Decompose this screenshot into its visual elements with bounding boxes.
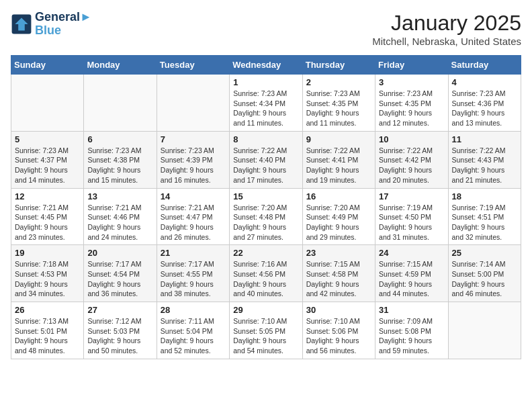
day-cell: 7Sunrise: 7:23 AMSunset: 4:39 PMDaylight… bbox=[157, 131, 229, 188]
day-cell: 18Sunrise: 7:19 AMSunset: 4:51 PMDayligh… bbox=[448, 188, 521, 245]
day-content: Sunrise: 7:13 AMSunset: 5:01 PMDaylight:… bbox=[15, 316, 80, 356]
day-content: Sunrise: 7:10 AMSunset: 5:06 PMDaylight:… bbox=[306, 316, 371, 356]
day-number: 17 bbox=[379, 191, 444, 201]
day-cell bbox=[157, 75, 229, 132]
day-number: 10 bbox=[379, 134, 444, 144]
day-number: 3 bbox=[379, 77, 444, 87]
day-cell: 9Sunrise: 7:22 AMSunset: 4:41 PMDaylight… bbox=[302, 131, 375, 188]
day-number: 18 bbox=[452, 191, 517, 201]
title-block: January 2025 Mitchell, Nebraska, United … bbox=[372, 11, 521, 47]
day-content: Sunrise: 7:19 AMSunset: 4:51 PMDaylight:… bbox=[452, 203, 517, 242]
day-number: 4 bbox=[452, 77, 517, 87]
day-cell bbox=[11, 75, 84, 132]
day-content: Sunrise: 7:22 AMSunset: 4:40 PMDaylight:… bbox=[233, 146, 298, 185]
day-content: Sunrise: 7:23 AMSunset: 4:39 PMDaylight:… bbox=[161, 146, 226, 185]
day-content: Sunrise: 7:14 AMSunset: 5:00 PMDaylight:… bbox=[452, 259, 517, 299]
day-cell: 29Sunrise: 7:10 AMSunset: 5:05 PMDayligh… bbox=[230, 302, 302, 359]
day-number: 15 bbox=[233, 191, 298, 201]
day-content: Sunrise: 7:09 AMSunset: 5:08 PMDaylight:… bbox=[379, 316, 444, 356]
day-cell: 30Sunrise: 7:10 AMSunset: 5:06 PMDayligh… bbox=[302, 302, 375, 359]
day-content: Sunrise: 7:10 AMSunset: 5:05 PMDaylight:… bbox=[233, 316, 298, 356]
day-number: 25 bbox=[452, 248, 517, 258]
day-number: 13 bbox=[87, 191, 152, 201]
day-content: Sunrise: 7:22 AMSunset: 4:43 PMDaylight:… bbox=[452, 146, 517, 185]
day-number: 7 bbox=[161, 134, 226, 144]
day-number: 11 bbox=[452, 134, 517, 144]
day-cell: 3Sunrise: 7:23 AMSunset: 4:35 PMDaylight… bbox=[375, 75, 448, 132]
day-cell: 26Sunrise: 7:13 AMSunset: 5:01 PMDayligh… bbox=[11, 302, 84, 359]
day-cell: 6Sunrise: 7:23 AMSunset: 4:38 PMDaylight… bbox=[84, 131, 157, 188]
day-cell bbox=[448, 302, 521, 359]
day-number: 24 bbox=[379, 248, 444, 258]
day-number: 31 bbox=[379, 305, 444, 315]
day-content: Sunrise: 7:20 AMSunset: 4:48 PMDaylight:… bbox=[233, 203, 298, 242]
day-content: Sunrise: 7:22 AMSunset: 4:41 PMDaylight:… bbox=[306, 146, 371, 185]
day-content: Sunrise: 7:23 AMSunset: 4:34 PMDaylight:… bbox=[233, 89, 298, 128]
day-cell: 23Sunrise: 7:15 AMSunset: 4:58 PMDayligh… bbox=[302, 245, 375, 302]
day-content: Sunrise: 7:11 AMSunset: 5:04 PMDaylight:… bbox=[161, 316, 226, 356]
day-cell bbox=[84, 75, 157, 132]
day-cell: 28Sunrise: 7:11 AMSunset: 5:04 PMDayligh… bbox=[157, 302, 229, 359]
calendar: SundayMondayTuesdayWednesdayThursdayFrid… bbox=[11, 55, 521, 359]
day-content: Sunrise: 7:23 AMSunset: 4:38 PMDaylight:… bbox=[87, 146, 152, 185]
day-number: 30 bbox=[306, 305, 371, 315]
day-number: 22 bbox=[233, 248, 298, 258]
week-row-2: 5Sunrise: 7:23 AMSunset: 4:37 PMDaylight… bbox=[11, 131, 521, 188]
day-cell: 2Sunrise: 7:23 AMSunset: 4:35 PMDaylight… bbox=[302, 75, 375, 132]
column-header-thursday: Thursday bbox=[302, 56, 375, 75]
day-number: 14 bbox=[161, 191, 226, 201]
day-cell: 21Sunrise: 7:17 AMSunset: 4:55 PMDayligh… bbox=[157, 245, 229, 302]
day-cell: 13Sunrise: 7:21 AMSunset: 4:46 PMDayligh… bbox=[84, 188, 157, 245]
day-content: Sunrise: 7:15 AMSunset: 4:58 PMDaylight:… bbox=[306, 259, 371, 299]
day-content: Sunrise: 7:21 AMSunset: 4:47 PMDaylight:… bbox=[161, 203, 226, 242]
location: Mitchell, Nebraska, United States bbox=[372, 36, 521, 47]
logo: General► Blue bbox=[11, 11, 92, 38]
day-cell: 11Sunrise: 7:22 AMSunset: 4:43 PMDayligh… bbox=[448, 131, 521, 188]
day-content: Sunrise: 7:17 AMSunset: 4:54 PMDaylight:… bbox=[87, 259, 152, 299]
day-number: 2 bbox=[306, 77, 371, 87]
day-number: 23 bbox=[306, 248, 371, 258]
day-content: Sunrise: 7:23 AMSunset: 4:35 PMDaylight:… bbox=[379, 89, 444, 128]
column-header-friday: Friday bbox=[375, 56, 448, 75]
day-cell: 31Sunrise: 7:09 AMSunset: 5:08 PMDayligh… bbox=[375, 302, 448, 359]
day-content: Sunrise: 7:23 AMSunset: 4:37 PMDaylight:… bbox=[15, 146, 80, 185]
day-cell: 19Sunrise: 7:18 AMSunset: 4:53 PMDayligh… bbox=[11, 245, 84, 302]
day-number: 28 bbox=[161, 305, 226, 315]
day-number: 19 bbox=[15, 248, 80, 258]
month-year: January 2025 bbox=[372, 11, 521, 36]
calendar-body: 1Sunrise: 7:23 AMSunset: 4:34 PMDaylight… bbox=[11, 75, 521, 359]
day-content: Sunrise: 7:19 AMSunset: 4:50 PMDaylight:… bbox=[379, 203, 444, 242]
day-cell: 27Sunrise: 7:12 AMSunset: 5:03 PMDayligh… bbox=[84, 302, 157, 359]
column-header-tuesday: Tuesday bbox=[157, 56, 229, 75]
calendar-header: SundayMondayTuesdayWednesdayThursdayFrid… bbox=[11, 56, 521, 75]
day-number: 21 bbox=[161, 248, 226, 258]
day-cell: 17Sunrise: 7:19 AMSunset: 4:50 PMDayligh… bbox=[375, 188, 448, 245]
day-cell: 8Sunrise: 7:22 AMSunset: 4:40 PMDaylight… bbox=[230, 131, 302, 188]
day-content: Sunrise: 7:15 AMSunset: 4:59 PMDaylight:… bbox=[379, 259, 444, 299]
day-cell: 24Sunrise: 7:15 AMSunset: 4:59 PMDayligh… bbox=[375, 245, 448, 302]
week-row-1: 1Sunrise: 7:23 AMSunset: 4:34 PMDaylight… bbox=[11, 75, 521, 132]
day-cell: 16Sunrise: 7:20 AMSunset: 4:49 PMDayligh… bbox=[302, 188, 375, 245]
day-cell: 25Sunrise: 7:14 AMSunset: 5:00 PMDayligh… bbox=[448, 245, 521, 302]
day-number: 6 bbox=[87, 134, 152, 144]
day-cell: 4Sunrise: 7:23 AMSunset: 4:36 PMDaylight… bbox=[448, 75, 521, 132]
day-content: Sunrise: 7:12 AMSunset: 5:03 PMDaylight:… bbox=[87, 316, 152, 356]
day-cell: 5Sunrise: 7:23 AMSunset: 4:37 PMDaylight… bbox=[11, 131, 84, 188]
day-number: 20 bbox=[87, 248, 152, 258]
day-number: 5 bbox=[15, 134, 80, 144]
day-number: 29 bbox=[233, 305, 298, 315]
day-cell: 1Sunrise: 7:23 AMSunset: 4:34 PMDaylight… bbox=[230, 75, 302, 132]
day-content: Sunrise: 7:22 AMSunset: 4:42 PMDaylight:… bbox=[379, 146, 444, 185]
column-header-wednesday: Wednesday bbox=[230, 56, 302, 75]
day-content: Sunrise: 7:18 AMSunset: 4:53 PMDaylight:… bbox=[15, 259, 80, 299]
day-cell: 20Sunrise: 7:17 AMSunset: 4:54 PMDayligh… bbox=[84, 245, 157, 302]
logo-text: General► Blue bbox=[35, 11, 92, 38]
week-row-3: 12Sunrise: 7:21 AMSunset: 4:45 PMDayligh… bbox=[11, 188, 521, 245]
day-cell: 22Sunrise: 7:16 AMSunset: 4:56 PMDayligh… bbox=[230, 245, 302, 302]
day-content: Sunrise: 7:20 AMSunset: 4:49 PMDaylight:… bbox=[306, 203, 371, 242]
header-row: SundayMondayTuesdayWednesdayThursdayFrid… bbox=[11, 56, 521, 75]
day-content: Sunrise: 7:23 AMSunset: 4:35 PMDaylight:… bbox=[306, 89, 371, 128]
day-number: 12 bbox=[15, 191, 80, 201]
day-number: 27 bbox=[87, 305, 152, 315]
logo-icon bbox=[11, 13, 32, 35]
